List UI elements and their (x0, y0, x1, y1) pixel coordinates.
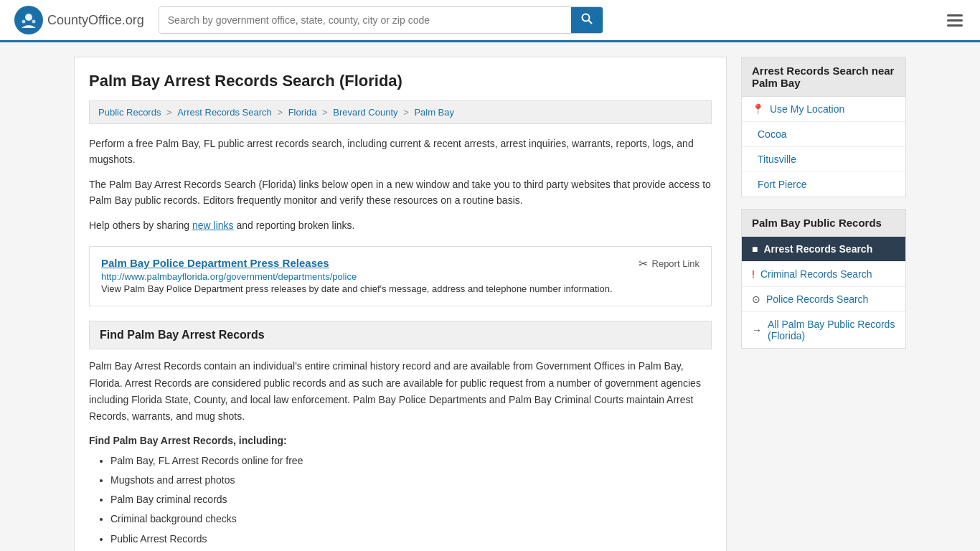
new-links-link[interactable]: new links (192, 220, 234, 231)
site-header: CountyOffice.org (0, 0, 980, 42)
use-my-location-item[interactable]: 📍 Use My Location (742, 97, 905, 122)
sidebar-public-records-title: Palm Bay Public Records (742, 209, 905, 237)
report-link-button[interactable]: ✂ Report Link (639, 257, 699, 270)
breadcrumb: Public Records > Arrest Records Search >… (89, 100, 712, 124)
search-input[interactable] (159, 7, 571, 33)
resource-description: View Palm Bay Police Department press re… (101, 282, 699, 296)
report-link-icon: ✂ (639, 257, 648, 270)
nearby-cocoa[interactable]: Cocoa (742, 122, 905, 147)
sidebar-item-police-records[interactable]: ⊙ Police Records Search (742, 287, 905, 312)
all-records-link[interactable]: All Palm Bay Public Records (Florida) (768, 319, 895, 342)
resource-url[interactable]: http://www.palmbayflorida.org/government… (101, 271, 357, 282)
svg-point-1 (25, 14, 32, 21)
svg-point-2 (22, 20, 26, 24)
location-icon: 📍 (752, 103, 764, 115)
breadcrumb-arrest-records-search[interactable]: Arrest Records Search (177, 107, 272, 118)
nearby-titusville[interactable]: Titusville (742, 147, 905, 172)
page-container: Palm Bay Arrest Records Search (Florida)… (60, 42, 920, 551)
arrest-records-icon: ■ (752, 243, 758, 255)
breadcrumb-florida[interactable]: Florida (288, 107, 317, 118)
breadcrumb-public-records[interactable]: Public Records (98, 107, 161, 118)
breadcrumb-brevard-county[interactable]: Brevard County (333, 107, 397, 118)
sidebar-nearby-section: Arrest Records Search near Palm Bay 📍 Us… (741, 57, 906, 197)
fort-pierce-link[interactable]: Fort Pierce (758, 179, 806, 190)
sidebar: Arrest Records Search near Palm Bay 📍 Us… (741, 57, 906, 551)
page-title: Palm Bay Arrest Records Search (Florida) (89, 72, 712, 90)
list-item: Criminal background checks (110, 510, 712, 528)
nearby-fort-pierce[interactable]: Fort Pierce (742, 172, 905, 197)
list-item: Palm Bay criminal records (110, 491, 712, 509)
logo[interactable]: CountyOffice.org (14, 6, 144, 34)
sidebar-item-criminal-records[interactable]: ! Criminal Records Search (742, 262, 905, 287)
main-content: Palm Bay Arrest Records Search (Florida)… (74, 57, 727, 551)
list-item: Mugshots and arrest photos (110, 471, 712, 489)
svg-line-5 (588, 21, 592, 24)
resource-link-title[interactable]: Palm Bay Police Department Press Release… (101, 257, 329, 269)
body-text-records: Palm Bay Arrest Records contain an indiv… (89, 358, 712, 424)
list-item: Palm Bay, FL Arrest Records online for f… (110, 452, 712, 470)
breadcrumb-palm-bay[interactable]: Palm Bay (414, 107, 454, 118)
logo-suffix: .org (122, 13, 144, 27)
police-records-link[interactable]: Police Records Search (766, 293, 868, 305)
police-records-icon: ⊙ (752, 293, 760, 305)
sidebar-item-all-records[interactable]: → All Palm Bay Public Records (Florida) (742, 312, 905, 348)
intro-paragraph-1: Perform a free Palm Bay, FL public arres… (89, 136, 712, 168)
criminal-records-link[interactable]: Criminal Records Search (760, 268, 872, 280)
list-header: Find Palm Bay Arrest Records, including: (89, 435, 712, 446)
bullet-list: Palm Bay, FL Arrest Records online for f… (89, 452, 712, 548)
section-header-find-records: Find Palm Bay Arrest Records (89, 321, 712, 349)
resource-link-box: Palm Bay Police Department Press Release… (89, 246, 712, 307)
all-records-icon: → (752, 324, 762, 336)
search-bar (159, 6, 603, 34)
intro-paragraph-2: The Palm Bay Arrest Records Search (Flor… (89, 176, 712, 209)
criminal-records-icon: ! (752, 268, 755, 280)
sidebar-public-records-section: Palm Bay Public Records ■ Arrest Records… (741, 209, 906, 349)
sidebar-nearby-title: Arrest Records Search near Palm Bay (742, 57, 905, 97)
list-item: Public Arrest Records (110, 530, 712, 548)
search-button[interactable] (571, 7, 603, 33)
hamburger-menu[interactable] (944, 11, 966, 29)
svg-point-4 (582, 14, 589, 22)
sidebar-item-arrest-records[interactable]: ■ Arrest Records Search (742, 237, 905, 262)
titusville-link[interactable]: Titusville (758, 154, 796, 165)
logo-text: CountyOffice.org (47, 13, 144, 28)
logo-icon (14, 6, 43, 34)
svg-point-3 (32, 20, 36, 24)
arrest-records-link[interactable]: Arrest Records Search (763, 243, 872, 255)
use-my-location-link[interactable]: Use My Location (770, 103, 844, 115)
intro-paragraph-3: Help others by sharing new links and rep… (89, 217, 712, 233)
cocoa-link[interactable]: Cocoa (758, 128, 786, 140)
